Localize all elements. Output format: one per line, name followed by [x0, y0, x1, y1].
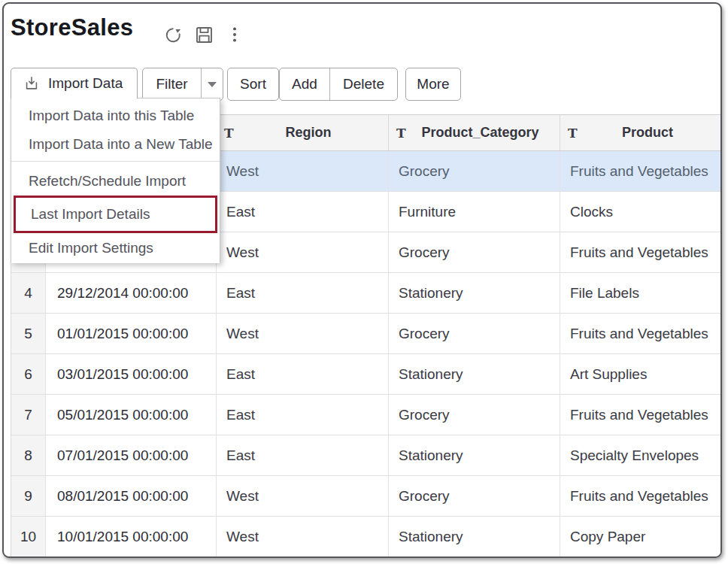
sort-label: Sort	[240, 76, 266, 92]
column-header-label: Product_Category	[411, 125, 560, 141]
filter-button[interactable]: Filter	[143, 68, 201, 100]
import-data-button[interactable]: Import Data	[11, 68, 138, 99]
region-cell[interactable]: East	[217, 273, 389, 313]
screenshot-frame: StoreSales	[2, 2, 722, 558]
row-number-cell: 7	[11, 395, 46, 435]
product-cell[interactable]: Specialty Envelopes	[560, 435, 722, 475]
region-cell[interactable]: West	[217, 517, 389, 556]
product-cell[interactable]: File Labels	[560, 273, 722, 313]
app-window: StoreSales	[0, 0, 728, 564]
kebab-menu-icon	[225, 25, 244, 44]
product-cell[interactable]: Fruits and Vegetables	[560, 395, 722, 435]
more-button[interactable]: More	[405, 68, 461, 101]
table-row[interactable]: 5 01/01/2015 00:00:00 West Grocery Fruit…	[11, 314, 722, 354]
region-cell[interactable]: West	[217, 476, 389, 516]
import-data-label: Import Data	[48, 75, 123, 92]
table-row[interactable]: 4 29/12/2014 00:00:00 East Stationery Fi…	[11, 273, 722, 314]
refresh-button[interactable]	[162, 23, 184, 46]
region-cell[interactable]: East	[217, 395, 389, 435]
table-row[interactable]: 9 08/01/2015 00:00:00 West Grocery Fruit…	[11, 476, 722, 517]
column-header-label: Product	[583, 125, 722, 141]
add-label: Add	[292, 76, 317, 92]
menu-item-label: Import Data into a New Table	[29, 136, 213, 153]
row-number-cell: 6	[11, 354, 46, 394]
filter-dropdown-button[interactable]	[201, 68, 223, 100]
product-category-cell[interactable]: Grocery	[389, 395, 560, 435]
date-cell[interactable]: 05/01/2015 00:00:00	[46, 395, 217, 435]
row-number-cell: 10	[11, 517, 46, 556]
refresh-icon	[163, 25, 184, 45]
delete-label: Delete	[343, 76, 384, 92]
row-number-cell: 9	[11, 476, 46, 516]
row-number-cell: 8	[11, 435, 46, 475]
date-cell[interactable]: 07/01/2015 00:00:00	[46, 435, 217, 475]
column-header-label: Region	[239, 125, 388, 141]
date-cell[interactable]: 10/01/2015 00:00:00	[46, 517, 217, 556]
add-button[interactable]: Add	[280, 68, 330, 100]
product-category-cell[interactable]: Grocery	[389, 476, 560, 516]
page-title: StoreSales	[11, 14, 133, 41]
import-download-icon	[23, 75, 40, 92]
table-row[interactable]: 6 03/01/2015 00:00:00 East Stationery Ar…	[11, 354, 722, 395]
product-cell[interactable]: Art Supplies	[560, 354, 722, 394]
text-type-icon: T	[396, 126, 408, 141]
region-cell[interactable]: East	[217, 354, 389, 394]
date-cell[interactable]: 01/01/2015 00:00:00	[46, 314, 217, 353]
save-icon	[194, 25, 214, 45]
product-cell[interactable]: Clocks	[560, 192, 722, 232]
date-cell[interactable]: 08/01/2015 00:00:00	[46, 476, 217, 516]
add-delete-button-group: Add Delete	[279, 68, 398, 101]
row-number-cell: 4	[11, 273, 46, 313]
menu-item-refetch-schedule-import[interactable]: Refetch/Schedule Import	[11, 167, 220, 196]
delete-button[interactable]: Delete	[330, 68, 397, 100]
table-row[interactable]: 10 10/01/2015 00:00:00 West Stationery C…	[11, 517, 722, 557]
region-cell[interactable]: West	[217, 151, 389, 191]
menu-item-import-data-into-this-table[interactable]: Import Data into this Table	[11, 102, 220, 130]
menu-item-import-data-into-a-new-table[interactable]: Import Data into a New Table	[11, 130, 220, 159]
region-cell[interactable]: West	[217, 314, 389, 353]
more-label: More	[417, 76, 449, 92]
table-row[interactable]: 7 05/01/2015 00:00:00 East Grocery Fruit…	[11, 395, 722, 435]
region-cell[interactable]: East	[217, 435, 389, 475]
menu-divider	[11, 161, 220, 162]
import-data-dropdown-menu: Import Data into this Table Import Data …	[11, 98, 220, 262]
more-options-button[interactable]	[223, 23, 246, 46]
product-cell[interactable]: Fruits and Vegetables	[560, 151, 722, 191]
menu-item-label: Edit Import Settings	[29, 240, 153, 256]
chevron-down-icon	[208, 82, 217, 87]
menu-item-label: Import Data into this Table	[29, 108, 194, 124]
product-category-cell[interactable]: Stationery	[389, 435, 560, 475]
product-cell[interactable]: Copy Paper	[560, 517, 722, 556]
save-button[interactable]	[193, 23, 215, 46]
row-number-cell: 5	[11, 314, 46, 353]
sort-button[interactable]: Sort	[227, 68, 279, 101]
menu-item-last-import-details[interactable]: Last Import Details	[14, 196, 217, 233]
column-header-product[interactable]: T Product	[560, 115, 722, 150]
column-header-region[interactable]: T Region	[217, 115, 389, 150]
text-type-icon: T	[568, 126, 580, 141]
product-category-cell[interactable]: Stationery	[389, 354, 560, 394]
region-cell[interactable]: West	[217, 232, 389, 272]
date-cell[interactable]: 29/12/2014 00:00:00	[46, 273, 217, 313]
product-category-cell[interactable]: Grocery	[389, 232, 560, 272]
column-header-product-category[interactable]: T Product_Category	[389, 115, 560, 150]
product-cell[interactable]: Fruits and Vegetables	[560, 476, 722, 516]
table-row[interactable]: 8 07/01/2015 00:00:00 East Stationery Sp…	[11, 435, 722, 476]
product-cell[interactable]: Fruits and Vegetables	[560, 232, 722, 272]
text-type-icon: T	[224, 126, 236, 141]
region-cell[interactable]: East	[217, 192, 389, 232]
filter-label: Filter	[156, 76, 187, 92]
menu-item-label: Refetch/Schedule Import	[29, 173, 186, 190]
product-category-cell[interactable]: Stationery	[389, 273, 560, 313]
date-cell[interactable]: 03/01/2015 00:00:00	[46, 354, 217, 394]
product-cell[interactable]: Fruits and Vegetables	[560, 314, 722, 353]
product-category-cell[interactable]: Grocery	[389, 151, 560, 191]
product-category-cell[interactable]: Grocery	[389, 314, 560, 353]
product-category-cell[interactable]: Stationery	[389, 517, 560, 556]
menu-item-label: Last Import Details	[31, 206, 150, 223]
menu-item-edit-import-settings[interactable]: Edit Import Settings	[11, 233, 220, 263]
product-category-cell[interactable]: Furniture	[389, 192, 560, 232]
filter-split-button[interactable]: Filter	[142, 68, 223, 101]
